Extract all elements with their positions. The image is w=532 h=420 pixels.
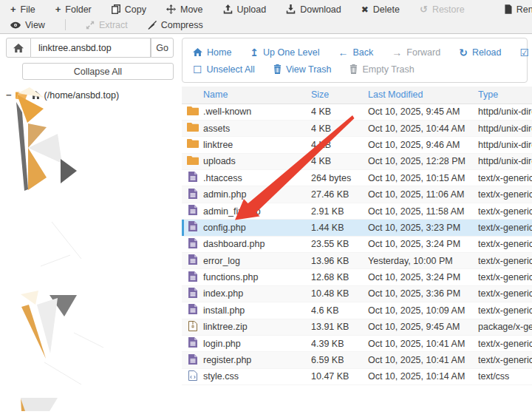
table-row[interactable]: error_log13.96 KBYesterday, 10:00 PMtext… [182,253,532,269]
table-row[interactable]: linktree4 KBOct 10, 2025, 9:46 AMhttpd/u… [182,137,532,153]
column-header-type[interactable]: Type [478,87,532,104]
table-row[interactable]: install.php4.6 KBOct 10, 2025, 10:09 AMt… [182,302,532,319]
table-row[interactable]: uploads4 KBOct 10, 2025, 12:28 PMhttpd/u… [182,153,532,169]
nav-view-trash[interactable]: View Trash [273,64,332,75]
file-modified: Oct 10, 2025, 10:15 AM [368,170,478,186]
table-row[interactable]: linktree.zip13.91 KBOct 10, 2025, 9:45 A… [182,319,532,335]
file-icon [188,337,197,348]
file-name: index.php [203,285,311,302]
toolbar-restore[interactable]: ↺Restore [420,4,465,15]
table-row[interactable]: index.php10.48 KBOct 10, 2025, 3:36 PMte… [182,285,532,302]
file-type: text/x-generic [478,302,532,319]
file-type: text/css [478,368,532,385]
table-row[interactable]: admin_fix.php2.91 KBOct 10, 2025, 11:58 … [182,203,532,219]
table-header-row: Name Size Last Modified Type [182,87,532,104]
file-size: 4 KB [311,120,368,136]
home-path-button[interactable] [6,38,31,58]
table-row[interactable]: config.php1.44 KBOct 10, 2025, 3:23 PMte… [182,220,532,236]
file-type: package/x-gene [478,319,532,335]
file-table: Name Size Last Modified Type .well-known… [182,87,532,385]
css-icon [188,370,197,381]
upload-icon [223,4,233,14]
file-size: 4.6 KB [311,302,368,319]
file-icon [188,254,197,265]
extract-icon [86,21,95,30]
table-row[interactable]: .well-known4 KBOct 10, 2025, 9:45 AMhttp… [182,104,532,120]
restore-icon: ↺ [420,4,428,14]
toolbar-extract[interactable]: Extract [86,20,128,30]
file-name: login.php [203,335,311,351]
nav-reload[interactable]: ↻Reload [459,47,501,58]
rename-icon [505,4,512,14]
folder-icon [187,123,199,132]
tree-collapse-icon[interactable]: − [6,89,12,101]
nav-forward[interactable]: →Forward [392,47,440,58]
nav-empty-trash[interactable]: Empty Trash [349,64,414,75]
toolbar-move[interactable]: Move [166,4,203,15]
file-modified: Oct 10, 2025, 10:41 AM [368,335,478,351]
path-bar: Go [6,38,174,58]
file-icon [188,288,197,298]
table-row[interactable]: dashboard.php23.55 KBOct 10, 2025, 3:24 … [182,236,532,252]
toolbar-divider [65,19,66,30]
toolbar-delete[interactable]: ✖Delete [361,4,400,15]
path-input[interactable] [31,38,151,58]
file-type: text/x-generic [478,352,532,368]
select-all-icon: ☑ [520,47,530,58]
file-icon [188,271,197,282]
go-button[interactable]: Go [151,38,174,58]
up-level-icon: ↥ [250,47,259,58]
toolbar-row-1: +File+FolderCopyMoveUploadDownload✖Delet… [10,1,532,17]
table-row[interactable]: assets4 KBOct 10, 2025, 10:44 AMhttpd/un… [182,120,532,136]
toolbar-compress[interactable]: Compress [148,20,203,30]
file-type: httpd/unix-direc [478,137,532,153]
file-size: 13.96 KB [311,253,368,269]
nav-unselect-all[interactable]: ☐Unselect All [193,64,255,75]
file-name: uploads [203,153,311,169]
column-header-modified[interactable]: Last Modified [368,87,478,104]
file-name: .well-known [203,104,311,120]
column-header-name[interactable]: Name [203,87,311,104]
file-icon [188,354,197,365]
nav-row-1: Home↥Up One Level←Back→Forward↻Reload☑Se… [193,44,519,61]
file-type: text/x-generic [478,253,532,269]
plus-icon: + [55,4,61,14]
nav-row-2: ☐Unselect AllView TrashEmpty Trash [193,61,519,78]
table-row[interactable]: functions.php12.68 KBOct 10, 2025, 3:24 … [182,269,532,285]
tree-root-item[interactable]: − (/home/ansbd.top) [6,89,179,101]
toolbar-download[interactable]: Download [286,4,341,15]
toolbar-file[interactable]: +File [10,4,35,15]
file-modified: Oct 10, 2025, 3:36 PM [368,285,478,302]
toolbar-copy[interactable]: Copy [112,4,146,15]
file-icon [188,172,197,182]
file-name: error_log [203,253,311,269]
nav-up-one-level[interactable]: ↥Up One Level [250,47,319,58]
collapse-all-button[interactable]: Collapse All [22,63,174,80]
top-toolbar: +File+FolderCopyMoveUploadDownload✖Delet… [0,0,532,34]
file-modified: Oct 10, 2025, 10:09 AM [368,302,478,319]
file-type: text/x-generic [478,285,532,302]
folder-icon [187,106,199,115]
nav-back[interactable]: ←Back [338,47,374,58]
table-row[interactable]: register.php6.59 KBOct 10, 2025, 10:41 A… [182,352,532,368]
nav-select-all[interactable]: ☑Select All [520,47,532,58]
toolbar-rename[interactable]: Rename [505,4,532,15]
file-type: text/x-generic [478,203,532,219]
table-row[interactable]: style.css10.47 KBOct 10, 2025, 10:14 AMt… [182,368,532,385]
table-row[interactable]: admin.php27.46 KBOct 10, 2025, 11:06 AMt… [182,186,532,203]
file-type: text/x-generic [478,186,532,203]
file-name: install.php [203,302,311,319]
toolbar-view[interactable]: View [10,20,45,30]
file-icon [188,304,197,314]
nav-home[interactable]: Home [193,47,231,58]
file-name: style.css [203,368,311,385]
table-row[interactable]: login.php4.39 KBOct 10, 2025, 10:41 AMte… [182,335,532,351]
toolbar-upload[interactable]: Upload [223,4,267,15]
file-size: 10.48 KB [311,285,368,302]
file-type: text/x-generic [478,236,532,252]
toolbar-folder[interactable]: +Folder [55,4,92,15]
file-modified: Oct 10, 2025, 9:45 AM [368,104,478,120]
column-header-size[interactable]: Size [311,87,368,104]
file-name: assets [203,120,311,136]
table-row[interactable]: .htaccess264 bytesOct 10, 2025, 10:15 AM… [182,170,532,186]
